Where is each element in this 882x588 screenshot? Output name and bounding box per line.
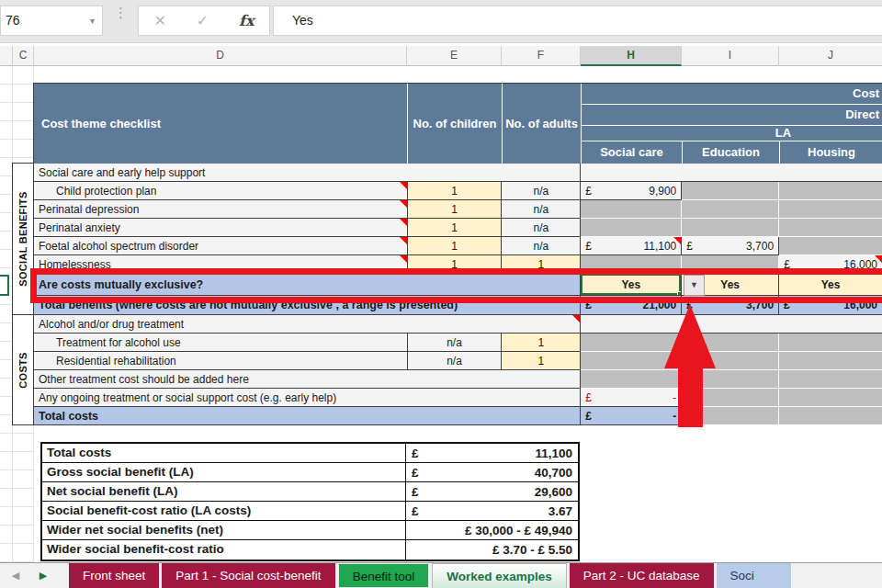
sheet-tab-front-sheet[interactable]: Front sheet [69,563,159,588]
sheet-tab-worked-examples[interactable]: Worked examples [432,563,567,588]
currency-symbol: £ [585,410,592,423]
cell-housing[interactable] [779,407,882,425]
insert-function-icon[interactable]: fx [239,12,254,29]
summary-label: Total costs [42,444,406,462]
cell-children[interactable]: 1 [408,237,503,255]
currency-symbol: £ [585,391,592,404]
summary-value: £ 30,000 - £ 49,940 [406,521,578,539]
cell-children[interactable]: 1 [408,219,503,237]
cell-adults[interactable]: 1 [502,334,581,352]
cell-adults[interactable]: n/a [502,200,581,219]
cell-label[interactable]: Treatment for alcohol use [34,334,408,352]
cell-adults[interactable]: n/a [502,219,581,237]
cell-social-care[interactable] [581,219,682,237]
cell-education[interactable]: £3,700 [682,237,779,255]
sheet-tab-part-1-social-cost-benefit[interactable]: Part 1 - Social cost-benefit [162,563,334,588]
sheet-tab-benefit-tool[interactable]: Benefit tool [338,563,430,588]
table-row: Perinatal depression1n/a [33,200,882,219]
column-header-J[interactable]: J [779,46,882,66]
cell-education[interactable] [682,200,779,219]
cell-education[interactable] [682,182,779,200]
name-box-dropdown-icon[interactable]: ▾ [90,6,95,35]
header-no-of-adults[interactable]: No. of adults [503,84,582,164]
cell-value: 9,900 [649,185,676,198]
cell-children[interactable]: 1 [408,182,503,200]
header-housing[interactable]: Housing [780,141,882,164]
comment-indicator [572,315,580,322]
cell-adults[interactable]: n/a [502,182,581,200]
cell-social-care[interactable]: £9,900 [581,182,682,200]
cell-value: n/a [447,336,462,349]
row-label: Foetal alcohol spectrum disorder [39,240,198,253]
formula-input[interactable]: Yes [273,6,882,36]
cell-housing[interactable] [779,352,882,370]
cancel-icon[interactable]: ✕ [153,12,165,29]
cell-housing[interactable] [779,237,882,255]
cell-label[interactable]: Other treatment cost should be added her… [34,370,581,389]
cell-label[interactable]: Total costs [34,407,581,425]
column-header-F[interactable]: F [502,46,581,66]
cell-label[interactable]: Perinatal depression [34,200,408,219]
cell-values-empty[interactable] [581,164,882,182]
tab-scroll-right-icon[interactable]: ▶ [29,563,57,588]
cell-children[interactable]: n/a [408,352,503,370]
row-label: Perinatal anxiety [39,221,120,234]
column-header-C[interactable]: C [13,46,34,66]
cell-label[interactable]: Alcohol and/or drug treatment [34,315,581,334]
cell-housing[interactable] [779,200,882,219]
cell-adults[interactable]: n/a [502,237,581,255]
column-header-D[interactable]: D [34,46,407,66]
header-education[interactable]: Education [683,141,780,164]
cell-value: 1 [538,336,545,349]
cell-housing[interactable] [779,370,882,389]
column-header-E[interactable]: E [407,46,502,66]
header-direct[interactable]: Direct [582,105,882,126]
table-row: Foetal alcohol spectrum disorder1n/a£11,… [33,237,882,255]
cell-label[interactable]: Residential rehabilitation [34,352,408,370]
currency-symbol: £ [412,483,419,501]
column-header-H[interactable]: H [581,46,682,66]
header-no-of-children[interactable]: No. of children [408,84,503,164]
cell-housing[interactable] [779,334,882,352]
name-box-value: 76 [6,13,20,28]
header-cost[interactable]: Cost [582,84,882,105]
cell-education[interactable] [682,219,779,237]
cell-label[interactable]: Perinatal anxiety [34,219,408,237]
cell-housing[interactable] [779,182,882,200]
cell-label[interactable]: Social care and early help support [34,164,581,182]
header-la[interactable]: LA [582,126,882,141]
tab-scroll-left-icon[interactable]: ◀ [2,563,29,588]
table-row: Total costs£- [33,407,882,425]
column-header-I[interactable]: I [682,46,779,66]
sheet-tab-soci[interactable]: Soci [717,563,791,588]
cell-children[interactable]: n/a [408,334,503,352]
cell-label[interactable]: Child protection plan [34,182,408,200]
sheet-tab-part-2-uc-database[interactable]: Part 2 - UC database [570,563,714,588]
enter-icon[interactable]: ✓ [197,12,209,29]
row-label: Alcohol and/or drug treatment [39,318,184,331]
cell-housing[interactable] [779,389,882,407]
cell-social-care[interactable] [581,370,682,389]
cell-social-care[interactable]: £- [581,407,682,425]
cell-values-empty[interactable] [581,315,882,334]
header-cost-theme-checklist[interactable]: Cost theme checklist [34,84,408,164]
row-label: Other treatment cost should be added her… [39,373,249,386]
row-label: Perinatal depression [39,203,139,216]
cell-adults[interactable]: 1 [502,352,581,370]
cell-children[interactable]: 1 [408,200,503,219]
cell-label[interactable]: Foetal alcohol spectrum disorder [34,237,408,255]
row-label: Child protection plan [56,185,156,198]
summary-value: £ 3.70 - £ 5.50 [406,540,578,560]
cell-social-care[interactable]: £- [581,389,682,407]
cell-label[interactable]: Any ongoing treatment or social support … [34,389,581,407]
table-row: Perinatal anxiety1n/a [33,219,882,237]
header-social-care[interactable]: Social care [582,141,683,164]
cell-housing[interactable] [779,219,882,237]
cell-social-care[interactable] [581,200,682,219]
name-box[interactable]: 76 ▾ [0,6,103,36]
summary-value: £40,700 [406,463,578,481]
section-costs: COSTS [12,314,34,425]
table-row: Residential rehabilitationn/a1 [33,352,882,370]
cell-social-care[interactable]: £11,100 [581,237,682,255]
summary-value: £29,600 [406,482,578,501]
